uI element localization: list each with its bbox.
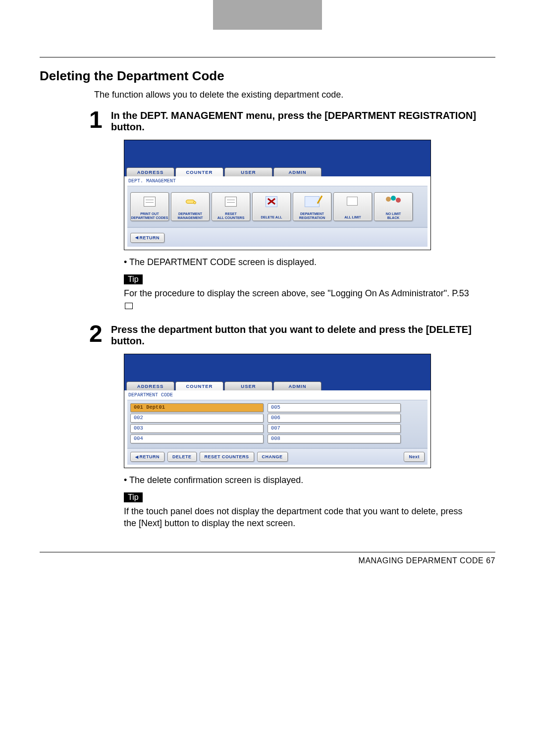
- all-limit-button[interactable]: ALL LIMIT: [333, 192, 372, 221]
- breadcrumb: DEPARTMENT CODE: [127, 391, 428, 400]
- no-limit-black-button[interactable]: NO LIMIT BLACK: [374, 192, 413, 221]
- label: DEPARTMENT: [178, 212, 202, 216]
- dept-003-button[interactable]: 003: [130, 424, 264, 433]
- delete-all-button[interactable]: DELETE ALL: [252, 192, 291, 221]
- breadcrumb: DEPT. MANAGEMENT: [127, 177, 428, 186]
- sheet-icon: [144, 197, 156, 207]
- dept-004-button[interactable]: 004: [130, 434, 264, 443]
- next-button[interactable]: Next: [404, 452, 425, 462]
- step-number: 1: [89, 109, 111, 133]
- tip-text: If the touch panel does not display the …: [124, 505, 471, 530]
- step-2: 2 Press the department button that you w…: [89, 323, 495, 347]
- section-heading: Deleting the Department Code: [40, 68, 495, 84]
- label: ALL COUNTERS: [217, 216, 245, 219]
- dept-008-button[interactable]: 008: [268, 434, 401, 443]
- change-button[interactable]: CHANGE: [257, 452, 288, 462]
- reset-all-counters-button[interactable]: RESET ALL COUNTERS: [212, 192, 250, 221]
- rule-bottom: [40, 552, 495, 552]
- dept-mgmt-button-row: PRINT OUT DEPARTMENT CODES DEPARTMENT MA…: [127, 186, 428, 227]
- delete-icon: [266, 196, 277, 207]
- tab-admin[interactable]: ADMIN: [273, 167, 321, 176]
- step-text: In the DEPT. MANAGEMENT menu, press the …: [111, 109, 495, 133]
- title-bar: [124, 140, 430, 167]
- label: DEPARTMENT CODES: [131, 216, 168, 219]
- register-icon: [305, 196, 320, 207]
- label: BLACK: [387, 216, 400, 219]
- dept-007-button[interactable]: 007: [268, 424, 401, 433]
- print-out-dept-codes-button[interactable]: PRINT OUT DEPARTMENT CODES: [130, 192, 169, 221]
- reset-counters-button[interactable]: RESET COUNTERS: [200, 452, 254, 462]
- tip-badge: Tip: [124, 274, 143, 284]
- screenshot-dept-management: ADDRESS COUNTER USER ADMIN DEPT. MANAGEM…: [124, 140, 431, 250]
- tab-counter[interactable]: COUNTER: [175, 381, 223, 390]
- label: ALL LIMIT: [344, 216, 361, 219]
- tab-admin[interactable]: ADMIN: [273, 381, 321, 390]
- header-gray-block: [213, 0, 322, 30]
- title-bar: [124, 354, 430, 381]
- label: PRINT OUT: [140, 212, 159, 216]
- dept-005-button[interactable]: 005: [268, 403, 401, 412]
- tab-user[interactable]: USER: [224, 381, 272, 390]
- page: Deleting the Department Code The functio…: [0, 57, 535, 585]
- rule-top: [40, 57, 495, 57]
- label: DEPARTMENT: [300, 212, 324, 216]
- dept-002-button[interactable]: 002: [130, 414, 264, 423]
- stack-icon: [348, 198, 358, 206]
- department-management-button[interactable]: DEPARTMENT MANAGEMENT: [171, 192, 210, 221]
- bullet-text: The DEPARTMENT CODE screen is displayed.: [124, 257, 495, 268]
- delete-button[interactable]: DELETE: [167, 452, 197, 462]
- tab-address[interactable]: ADDRESS: [126, 167, 174, 176]
- book-icon: [125, 303, 133, 309]
- dept-006-button[interactable]: 006: [268, 414, 401, 423]
- tip-text: For the procedure to display the screen …: [124, 287, 471, 312]
- people-icon: [386, 196, 401, 208]
- page-footer: MANAGING DEPARMENT CODE 67: [40, 556, 495, 565]
- step-1: 1 In the DEPT. MANAGEMENT menu, press th…: [89, 109, 495, 133]
- return-button[interactable]: RETURN: [130, 233, 164, 243]
- tab-counter[interactable]: COUNTER: [175, 167, 223, 176]
- tab-strip: ADDRESS COUNTER USER ADMIN: [124, 167, 430, 176]
- label: RESET: [225, 212, 236, 216]
- tip-badge: Tip: [124, 492, 143, 502]
- label: REGISTRATION: [299, 216, 325, 219]
- bullet-text: The delete confirmation screen is displa…: [124, 475, 495, 486]
- sheet-icon: [225, 197, 237, 207]
- intro-text: The function allows you to delete the ex…: [94, 90, 495, 100]
- tab-address[interactable]: ADDRESS: [126, 381, 174, 390]
- label: NO LIMIT: [386, 212, 401, 216]
- label: DELETE ALL: [261, 216, 282, 219]
- tip-body: For the procedure to display the screen …: [124, 288, 469, 298]
- return-button[interactable]: RETURN: [130, 452, 164, 462]
- department-registration-button[interactable]: DEPARTMENT REGISTRATION: [293, 192, 331, 221]
- screenshot-department-code: ADDRESS COUNTER USER ADMIN DEPARTMENT CO…: [124, 354, 431, 468]
- tab-user[interactable]: USER: [224, 167, 272, 176]
- step-number: 2: [89, 323, 111, 347]
- dept-001-button[interactable]: 001 Dept01: [130, 403, 264, 412]
- tab-strip: ADDRESS COUNTER USER ADMIN: [124, 381, 430, 390]
- label: MANAGEMENT: [178, 216, 203, 219]
- key-icon: [186, 200, 195, 204]
- step-text: Press the department button that you wan…: [111, 323, 495, 347]
